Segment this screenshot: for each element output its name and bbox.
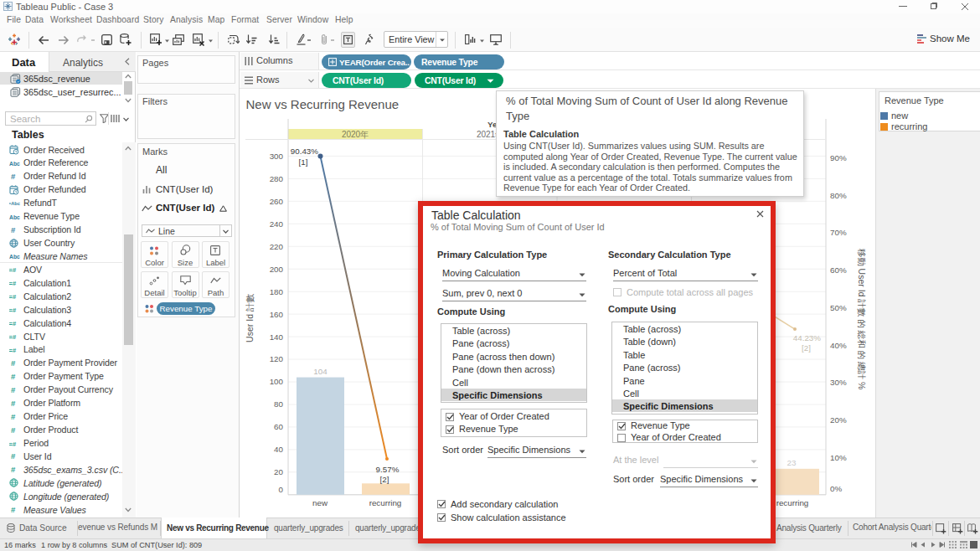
- svg-text:#: #: [11, 412, 16, 421]
- svg-text:10%: 10%: [830, 453, 847, 462]
- svg-text:90%: 90%: [830, 153, 847, 162]
- svg-text:=#: =#: [9, 266, 17, 274]
- svg-text:60: 60: [274, 422, 283, 431]
- svg-text:=#: =#: [9, 280, 17, 287]
- svg-text:160: 160: [270, 310, 284, 319]
- svg-text:#: #: [11, 225, 16, 234]
- svg-text:recurring: recurring: [776, 498, 809, 507]
- svg-text:=#: =#: [9, 440, 17, 448]
- svg-text:80: 80: [274, 399, 283, 409]
- svg-text:=#: =#: [9, 320, 17, 327]
- svg-text:40: 40: [274, 445, 283, 454]
- svg-text:#: #: [11, 452, 16, 461]
- svg-text:#: #: [11, 425, 16, 435]
- svg-text:Abc: Abc: [9, 160, 20, 166]
- svg-text:9.57%: 9.57%: [376, 465, 400, 474]
- svg-text:New vs Recurring Revenue: New vs Recurring Revenue: [246, 97, 400, 111]
- svg-text:new: new: [312, 498, 328, 507]
- svg-text:#: #: [11, 466, 16, 475]
- svg-text:recurring: recurring: [369, 498, 402, 507]
- svg-text:#: #: [11, 172, 16, 181]
- svg-text:#: #: [11, 358, 16, 368]
- svg-text:#: #: [11, 385, 16, 394]
- svg-text:=Abc: =Abc: [9, 201, 20, 206]
- svg-text:240: 240: [270, 219, 284, 229]
- svg-text:=#: =#: [9, 333, 17, 341]
- svg-text:=#: =#: [9, 306, 17, 314]
- svg-text:[2]: [2]: [802, 343, 811, 353]
- svg-text:120: 120: [270, 354, 284, 363]
- svg-text:Abc: Abc: [9, 214, 20, 219]
- svg-text:Abc: Abc: [9, 254, 20, 260]
- svg-text:140: 140: [270, 332, 284, 342]
- svg-text:#: #: [11, 372, 16, 381]
- svg-text:104: 104: [313, 367, 328, 376]
- svg-text:220: 220: [270, 242, 284, 251]
- svg-text:=#: =#: [9, 347, 17, 354]
- svg-text:200: 200: [270, 265, 284, 274]
- svg-text:移動 User Id 計數 的 総和 的 總計 %: 移動 User Id 計數 的 総和 的 總計 %: [857, 249, 867, 390]
- svg-text:90.43%: 90.43%: [291, 147, 319, 156]
- svg-text:260: 260: [270, 197, 284, 206]
- svg-text:=#: =#: [9, 293, 17, 301]
- svg-text:30%: 30%: [830, 378, 847, 387]
- svg-text:40%: 40%: [830, 341, 847, 350]
- svg-text:60%: 60%: [830, 265, 847, 275]
- svg-text:44.23%: 44.23%: [793, 333, 822, 342]
- svg-text:2020年: 2020年: [342, 130, 369, 139]
- svg-text:100: 100: [270, 377, 284, 386]
- svg-text:#: #: [11, 505, 16, 514]
- svg-text:[1]: [1]: [299, 157, 308, 167]
- svg-text:20%: 20%: [830, 415, 847, 425]
- svg-text:80%: 80%: [830, 191, 847, 200]
- svg-text:280: 280: [270, 174, 284, 183]
- svg-text:70%: 70%: [830, 228, 847, 237]
- svg-text:180: 180: [270, 287, 284, 296]
- svg-text:20: 20: [274, 467, 283, 476]
- svg-text:#: #: [11, 399, 16, 408]
- svg-text:0: 0: [279, 485, 284, 494]
- svg-text:300: 300: [270, 152, 284, 161]
- svg-text:50%: 50%: [830, 303, 847, 312]
- svg-text:23: 23: [787, 458, 797, 467]
- svg-text:User Id 計數: User Id 計數: [245, 294, 255, 342]
- svg-text:0%: 0%: [830, 484, 842, 493]
- svg-text:[2]: [2]: [380, 475, 389, 484]
